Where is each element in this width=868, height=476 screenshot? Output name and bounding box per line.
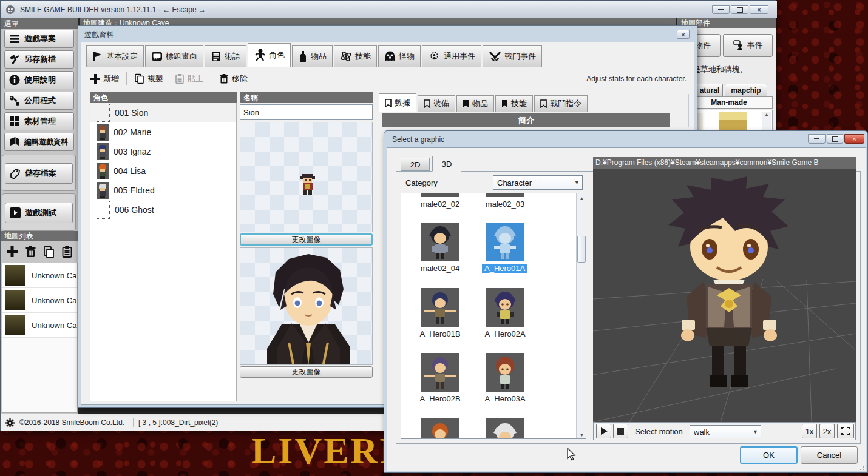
sidebar-item-help[interactable]: 使用說明: [4, 71, 74, 89]
sg-close-button[interactable]: ×: [844, 134, 864, 144]
thumb-label[interactable]: A_Hero03A: [478, 394, 532, 403]
scroll-up-arrow[interactable]: ▲: [577, 193, 586, 203]
thumbnail-A_Hero01A-selected[interactable]: [486, 223, 524, 261]
add-character-button[interactable]: 新增: [86, 72, 123, 86]
character-list-header: 角色: [90, 92, 237, 103]
thumb-label[interactable]: male02_03: [478, 199, 532, 209]
change-image-bottom-button[interactable]: 更改圖像: [240, 366, 373, 378]
tab-detail-items[interactable]: 物品: [456, 95, 494, 112]
stop-button[interactable]: [613, 424, 628, 438]
tab-battle-events[interactable]: 戰鬥事件: [483, 45, 542, 67]
tab-mapchip[interactable]: mapchip: [725, 84, 767, 96]
sidebar-item-assets[interactable]: 素材管理: [4, 112, 74, 130]
tab-items[interactable]: 物品: [292, 45, 333, 67]
character-row[interactable]: 004 Lisa: [90, 161, 236, 181]
thumbnail-A_Hero01B[interactable]: [421, 288, 459, 327]
character-row[interactable]: 003 Ignaz: [90, 142, 236, 161]
motion-dropdown[interactable]: walk ▼: [690, 425, 761, 438]
sidebar-item-save-file[interactable]: 儲存檔案: [5, 163, 73, 184]
sidebar-item-game-project[interactable]: 遊戲專案: [4, 30, 74, 48]
speed-2x-button[interactable]: 2x: [819, 424, 835, 438]
tile-info-text: [ 3 , 5 ]:008_Dirt_pixel(2): [138, 418, 218, 427]
game-data-close-button[interactable]: ×: [677, 30, 690, 39]
fullscreen-icon: [841, 427, 850, 435]
character-row[interactable]: 001 Sion: [90, 103, 236, 122]
sidebar-item-game-test[interactable]: 遊戲測試: [5, 203, 73, 223]
character-row[interactable]: 006 Ghost: [90, 200, 236, 220]
tab-basic-settings[interactable]: 基本設定: [86, 45, 144, 67]
delete-map-icon[interactable]: [24, 246, 37, 258]
tab-characters[interactable]: 角色: [248, 43, 291, 67]
character-row[interactable]: 002 Marie: [90, 122, 236, 142]
tab-terms[interactable]: 術語: [205, 45, 246, 67]
sidebar-item-save-as[interactable]: 另存新檔: [4, 50, 74, 69]
play-button[interactable]: [596, 424, 611, 438]
map-list-item[interactable]: Unknown Ca: [2, 263, 77, 288]
thumbnail-male02_04[interactable]: [421, 223, 459, 261]
sidebar-item-edit-game-data[interactable]: 編輯遊戲資料: [4, 133, 74, 151]
sidebar-item-label: 遊戲測試: [25, 207, 56, 218]
tab-battle-commands[interactable]: 戰鬥指令: [534, 95, 588, 112]
main-titlebar[interactable]: SMILE GAME BUILDER version 1.12.11.1 - ←…: [1, 1, 777, 18]
thumb-label[interactable]: A_Hero01B: [413, 329, 467, 338]
paste-character-button[interactable]: 貼上: [171, 72, 207, 86]
character-row-label: 002 Marie: [114, 127, 151, 137]
tab-equipment[interactable]: 裝備: [418, 95, 455, 112]
tab-mapchip-label: mapchip: [731, 86, 761, 95]
status-divider: [133, 418, 134, 427]
copy-map-icon[interactable]: [42, 246, 55, 258]
tab-common-events[interactable]: 通用事件: [422, 45, 481, 67]
sg-minimize-button[interactable]: [808, 134, 826, 144]
detail-scrollbar[interactable]: [688, 94, 694, 127]
change-image-top-button[interactable]: 更改圖像: [240, 233, 373, 246]
thumb-label[interactable]: male02_04: [413, 264, 467, 273]
tab-3d[interactable]: 3D: [432, 156, 461, 172]
map-thumbnail: [5, 315, 25, 335]
tab-detail-skills[interactable]: 技能: [495, 95, 533, 112]
category-dropdown[interactable]: Character ▼: [493, 175, 583, 190]
resize-grip[interactable]: [858, 464, 864, 471]
restore-button[interactable]: [731, 5, 748, 14]
tab-title-screen[interactable]: 標題畫面: [145, 45, 203, 67]
character-row-label: 003 Ignaz: [114, 147, 151, 156]
tab-monsters[interactable]: 怪物: [378, 45, 421, 67]
tab-skills[interactable]: 技能: [334, 45, 377, 67]
map-list-item[interactable]: Unknown Ca: [2, 313, 77, 338]
tab-natural[interactable]: atural: [696, 84, 723, 96]
thumb-label-selected[interactable]: A_Hero01A: [482, 264, 527, 273]
fullscreen-button[interactable]: [837, 424, 854, 438]
model-preview[interactable]: D:¥Program Files (x86)¥Steam¥steamapps¥c…: [593, 157, 856, 422]
graphic-list: male02_02 male02_03 A_Hero01A male02_04: [401, 193, 586, 439]
thumbnail-A_Hero02B[interactable]: [421, 353, 459, 392]
thumb-label[interactable]: A_Hero02B: [413, 394, 467, 403]
character-sprite: [97, 182, 109, 199]
thumb-label[interactable]: male02_02: [413, 199, 467, 209]
thumbnail-partial[interactable]: [421, 418, 459, 439]
speed-1x-button[interactable]: 1x: [802, 424, 817, 438]
scrollbar-thumb[interactable]: [577, 236, 586, 263]
sidebar-item-utilities[interactable]: 公用程式: [4, 92, 74, 110]
character-row[interactable]: 005 Eldred: [90, 181, 236, 200]
paste-map-icon[interactable]: [61, 246, 73, 258]
copy-character-button[interactable]: 複製: [131, 72, 167, 86]
thumbnail-A_Hero02A[interactable]: [486, 288, 524, 327]
remove-character-button[interactable]: 移除: [215, 72, 251, 86]
add-map-icon[interactable]: [5, 245, 19, 258]
thumbnail-partial[interactable]: [486, 418, 524, 439]
tab-2d[interactable]: 2D: [401, 158, 430, 171]
minimize-button[interactable]: [712, 5, 730, 14]
tab-data[interactable]: 數據: [379, 93, 416, 112]
scroll-down-arrow[interactable]: ▼: [577, 430, 586, 439]
tab-manmade[interactable]: Man-made: [685, 96, 773, 109]
sg-maximize-button[interactable]: [827, 134, 843, 144]
thumbnail-A_Hero03A[interactable]: [486, 353, 524, 392]
close-button[interactable]: ×: [750, 5, 768, 14]
name-input[interactable]: Sion: [240, 104, 373, 120]
tile-thumb-cube-top[interactable]: [719, 112, 747, 120]
cancel-button[interactable]: Cancel: [801, 446, 858, 464]
thumb-label[interactable]: A_Hero02A: [478, 329, 532, 338]
map-list-item[interactable]: Unknown Ca: [2, 288, 77, 313]
tab-events[interactable]: 事件: [723, 34, 773, 57]
graphic-list-scrollbar[interactable]: ▲ ▼: [576, 193, 586, 439]
ok-button[interactable]: OK: [740, 446, 798, 464]
